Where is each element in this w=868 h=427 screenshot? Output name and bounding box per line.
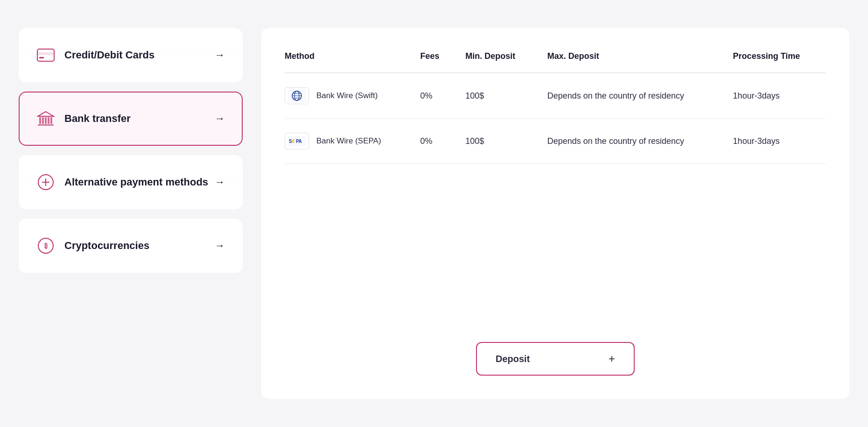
credit-debit-label: Credit/Debit Cards bbox=[64, 49, 154, 61]
crypto-icon: ₿ bbox=[36, 236, 55, 255]
plus-icon: + bbox=[609, 352, 615, 365]
swift-method-name: Bank Wire (Swift) bbox=[316, 91, 378, 100]
col-max-deposit: Max. Deposit bbox=[538, 51, 724, 73]
col-min-deposit: Min. Deposit bbox=[456, 51, 538, 73]
sepa-method-name: Bank Wire (SEPA) bbox=[316, 136, 381, 146]
sidebar-item-alternative[interactable]: Alternative payment methods → bbox=[19, 155, 243, 209]
method-cell-swift: Bank Wire (Swift) bbox=[285, 73, 411, 119]
svg-rect-5 bbox=[42, 117, 44, 124]
alternative-icon bbox=[36, 173, 55, 192]
sepa-fees: 0% bbox=[411, 119, 456, 164]
crypto-arrow: → bbox=[215, 240, 225, 252]
sidebar-item-credit-debit[interactable]: Credit/Debit Cards → bbox=[19, 28, 243, 82]
bank-transfer-arrow: → bbox=[215, 113, 225, 125]
svg-rect-9 bbox=[38, 124, 54, 126]
col-method: Method bbox=[285, 51, 411, 73]
payment-methods-table: Method Fees Min. Deposit Max. Deposit Pr… bbox=[285, 51, 826, 164]
svg-rect-2 bbox=[39, 57, 44, 58]
svg-text:₿: ₿ bbox=[44, 242, 48, 249]
swift-max-deposit: Depends on the country of residency bbox=[538, 73, 724, 119]
payment-detail-panel: Method Fees Min. Deposit Max. Deposit Pr… bbox=[261, 28, 849, 399]
svg-text:S: S bbox=[289, 139, 292, 144]
svg-rect-4 bbox=[39, 117, 41, 124]
credit-card-icon bbox=[36, 46, 55, 64]
col-fees: Fees bbox=[411, 51, 456, 73]
alternative-label: Alternative payment methods bbox=[64, 176, 208, 188]
col-processing-time: Processing Time bbox=[724, 51, 826, 73]
deposit-button[interactable]: Deposit + bbox=[476, 342, 635, 376]
svg-rect-7 bbox=[48, 117, 49, 124]
svg-marker-3 bbox=[38, 112, 54, 116]
bank-transfer-label: Bank transfer bbox=[64, 113, 131, 125]
sepa-processing-time: 1hour-3days bbox=[724, 119, 826, 164]
sidebar-item-crypto[interactable]: ₿ Cryptocurrencies → bbox=[19, 219, 243, 273]
swift-logo bbox=[285, 87, 309, 104]
alternative-arrow: → bbox=[215, 176, 225, 188]
deposit-button-label: Deposit bbox=[496, 354, 530, 364]
sepa-min-deposit: 100$ bbox=[456, 119, 538, 164]
table-row: Bank Wire (Swift) 0% 100$ Depends on the… bbox=[285, 73, 826, 119]
bank-icon bbox=[36, 109, 55, 128]
svg-text:PA: PA bbox=[296, 139, 301, 144]
sepa-logo: S € PA bbox=[285, 133, 309, 149]
table-row: S € PA Bank Wire (SEPA) 0% 100$ Depends … bbox=[285, 119, 826, 164]
crypto-label: Cryptocurrencies bbox=[64, 240, 149, 252]
sepa-max-deposit: Depends on the country of residency bbox=[538, 119, 724, 164]
svg-rect-8 bbox=[50, 117, 52, 124]
sidebar-item-bank-transfer[interactable]: Bank transfer → bbox=[19, 92, 243, 146]
swift-min-deposit: 100$ bbox=[456, 73, 538, 119]
deposit-button-row: Deposit + bbox=[285, 342, 826, 376]
method-cell-sepa: S € PA Bank Wire (SEPA) bbox=[285, 119, 411, 164]
payment-table-container: Method Fees Min. Deposit Max. Deposit Pr… bbox=[285, 51, 826, 323]
payment-methods-sidebar: Credit/Debit Cards → Bank bbox=[19, 28, 243, 399]
credit-debit-arrow: → bbox=[215, 49, 225, 61]
svg-rect-6 bbox=[45, 117, 47, 124]
swift-fees: 0% bbox=[411, 73, 456, 119]
swift-processing-time: 1hour-3days bbox=[724, 73, 826, 119]
svg-rect-1 bbox=[37, 52, 54, 55]
